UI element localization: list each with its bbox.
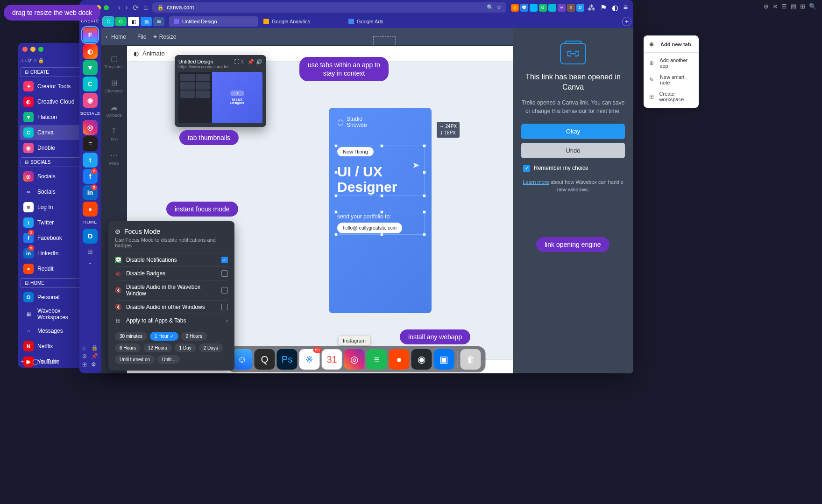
ext-icon[interactable]	[548, 4, 556, 12]
dock-app-facebook[interactable]: f2	[83, 169, 98, 184]
ctx-create-workspace[interactable]: ⊞Create workspace	[644, 88, 699, 105]
focus-row[interactable]: 🔇Disable Audio in the Wavebox Window	[115, 280, 228, 300]
design-card[interactable]: ⬡Studio Showde ↔ 24PX⤓ 18PX Now Hiring ➤…	[329, 108, 432, 313]
dock-reddit[interactable]: ●	[389, 349, 410, 370]
resize-menu[interactable]: ✦ Resize	[153, 34, 176, 40]
grid-icon[interactable]: ⊞	[87, 248, 93, 255]
reload-icon[interactable]: ⟳	[133, 3, 139, 12]
learn-more-link[interactable]: Learn more	[523, 179, 549, 185]
undo-button[interactable]: Undo	[521, 143, 625, 158]
dock-github[interactable]: ◉	[411, 349, 432, 370]
tab-google-ads[interactable]: Google Ads	[344, 16, 428, 27]
dock-app-canva[interactable]: C	[83, 77, 98, 91]
dock-app-creativecloud[interactable]: ◐	[83, 44, 98, 59]
canvas-side-uploads[interactable]: ☁Uploads	[106, 98, 121, 122]
time-chip[interactable]: 2 Hours	[181, 332, 207, 341]
tab-google-analytics[interactable]: Google Analytics	[259, 16, 343, 27]
ext-icon[interactable]: G	[539, 4, 547, 12]
canvas-side-templates[interactable]: ▢Templates	[104, 49, 123, 74]
search-icon[interactable]: 🔍	[487, 4, 494, 11]
time-chip[interactable]: Until turned on	[115, 355, 155, 364]
home-icon[interactable]: ⌂	[143, 3, 148, 12]
dock-app-reddit[interactable]: ●	[83, 202, 98, 217]
dock-instagram[interactable]: ◎Instagram	[344, 349, 365, 370]
canvas-side-text[interactable]: TText	[110, 122, 118, 146]
dock-spotify[interactable]: ≡	[367, 349, 387, 370]
ext-icon[interactable]: X	[567, 4, 575, 12]
back-bottom-icons[interactable]: +⊛◯⊕⊞⚙	[21, 358, 58, 365]
tab-untitled-design[interactable]: Untitled Design	[169, 16, 258, 27]
nav-back-icon[interactable]: ‹	[118, 3, 120, 12]
grid-icon: ⊞	[82, 361, 89, 368]
app-badge[interactable]: ◧	[128, 17, 139, 26]
file-menu[interactable]: File	[137, 34, 146, 40]
back-icon[interactable]: ‹	[106, 34, 107, 40]
focus-row[interactable]: 💬Disable Notifications✓	[115, 253, 228, 266]
thumb-preview: ★UI / UX Designer	[178, 72, 262, 123]
dock-photoshop[interactable]: Ps	[277, 349, 298, 370]
pin-icon[interactable]: 📌	[248, 59, 254, 65]
time-chip[interactable]: 1 Hour	[150, 332, 178, 341]
dock-bottom[interactable]: ⌂🔒⊘ 📌⊞⚙	[79, 342, 101, 371]
url-bar[interactable]: 🔒 canva.com 🔍 ☆	[152, 2, 506, 13]
tag-context: use tabs within an app to stay in contex…	[299, 57, 389, 81]
dock-trash[interactable]: 🗑	[461, 349, 481, 370]
profile-icon[interactable]: ◐	[610, 3, 620, 12]
chevron-down-icon[interactable]: ⌄	[87, 258, 93, 266]
expand-icon[interactable]: ⛶	[234, 59, 239, 65]
ext-icon[interactable]: ⚑	[598, 3, 609, 12]
app-badge[interactable]: G	[115, 17, 127, 26]
ext-icon[interactable]: ∞	[558, 4, 566, 12]
ctx-new-smart-note[interactable]: ✎New smart note	[644, 71, 699, 88]
global-icons[interactable]: ⊕⤨☰▤⊞🔍	[764, 3, 816, 10]
gear-icon: ⚙	[53, 358, 58, 365]
okay-button[interactable]: Okay	[521, 124, 625, 139]
dock-keynote[interactable]: ▣	[434, 349, 454, 370]
nav-fwd-icon[interactable]: ›	[125, 3, 128, 12]
app-badge[interactable]: ✉	[153, 17, 164, 26]
brain-icon: ⊛	[26, 358, 30, 365]
dock-app-flaticon[interactable]: ▼	[83, 60, 98, 75]
dashed-highlight	[373, 36, 396, 48]
audio-icon[interactable]: 🔊	[256, 59, 262, 65]
dock-finder[interactable]: ☺	[232, 349, 253, 370]
time-chip[interactable]: Until...	[157, 355, 180, 364]
lock-icon: 🔒	[157, 4, 164, 11]
dock-app-twitter[interactable]: t	[83, 153, 98, 168]
moon-icon[interactable]: ☾	[241, 59, 246, 65]
dock-app-dribble[interactable]: ◉	[83, 93, 98, 108]
dock-app-linkedin[interactable]: in5	[83, 185, 98, 200]
ext-icon[interactable]: 💬	[520, 4, 528, 12]
tag-link-engine: link opening engine	[536, 237, 609, 252]
ext-icon[interactable]	[511, 4, 519, 12]
time-chip[interactable]: 12 Hours	[143, 343, 172, 352]
ext-icon[interactable]: D	[576, 4, 584, 12]
menu-icon[interactable]: ≡	[622, 3, 630, 12]
time-chip[interactable]: 6 Hours	[115, 343, 141, 352]
apply-all-row[interactable]: ⊞Apply to all Apps & Tabs›	[115, 314, 228, 327]
dock-app-figma[interactable]: F	[83, 28, 98, 42]
dock-quicktime[interactable]: Q	[255, 349, 275, 370]
ctx-add-new-tab[interactable]: ⊕Add new tab	[644, 38, 699, 50]
canvas-side-elements[interactable]: ⊞Elements	[105, 74, 123, 98]
time-chip[interactable]: 2 Days	[199, 343, 223, 352]
home-link[interactable]: Home	[111, 34, 126, 40]
focus-row[interactable]: 🔇Disable Audio in other Windows	[115, 300, 228, 314]
puzzle-icon[interactable]: ⁂	[586, 3, 597, 12]
add-tab-button[interactable]: +	[622, 17, 631, 26]
dock-wavebox[interactable]: ※56	[299, 349, 320, 370]
app-badge[interactable]: ▤	[141, 17, 152, 26]
ext-icon[interactable]	[530, 4, 538, 12]
focus-row[interactable]: ◎Disable Badges	[115, 266, 228, 280]
time-chip[interactable]: 30 minutes	[115, 332, 147, 341]
dock-app-outlook[interactable]: O	[83, 229, 98, 244]
star-icon[interactable]: ☆	[496, 4, 502, 11]
dock-app-buffer[interactable]: ≡	[83, 136, 98, 151]
ctx-add-another-app[interactable]: ⊕Add another app	[644, 55, 699, 71]
dock-calendar[interactable]: 31	[322, 349, 342, 370]
remember-checkbox[interactable]: ✓Remember my choice	[521, 165, 588, 172]
dock-app-instagram[interactable]: ◎	[83, 120, 98, 135]
canvas-side-more[interactable]: ⋯More	[109, 146, 119, 170]
app-badge[interactable]: C	[103, 17, 114, 26]
time-chip[interactable]: 1 Day	[175, 343, 196, 352]
